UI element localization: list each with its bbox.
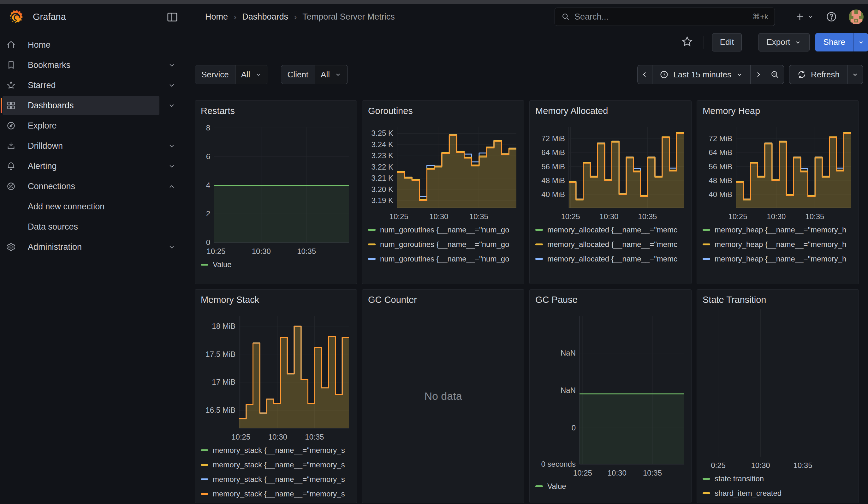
refresh-interval-dropdown-icon[interactable]	[847, 65, 863, 84]
panel-legend: state transitionshard_item_created	[703, 472, 853, 501]
sidebar-item-data-sources[interactable]: Data sources	[0, 217, 185, 237]
search-input[interactable]: Search... ⌘+k	[555, 8, 775, 26]
help-icon[interactable]	[826, 11, 837, 22]
panel-legend: memory_allocated {__name__="memcmemory_a…	[535, 223, 685, 271]
svg-text:10:35: 10:35	[638, 212, 657, 221]
client-variable-dropdown[interactable]: Client All	[281, 65, 348, 84]
time-back-icon[interactable]	[637, 65, 652, 84]
legend-series-label: num_goroutines {__name__="num_go	[380, 240, 509, 249]
svg-text:72 MiB: 72 MiB	[709, 134, 732, 143]
sidebar-item-explore[interactable]: Explore	[0, 116, 185, 136]
variable-label: Client	[281, 65, 315, 84]
refresh-button[interactable]: Refresh	[789, 65, 847, 84]
sidebar-item-add-new-connection[interactable]: Add new connection	[0, 196, 185, 217]
service-variable-dropdown[interactable]: Service All	[195, 65, 268, 84]
star-icon	[6, 81, 16, 90]
chevron-down-icon	[168, 101, 176, 110]
breadcrumb-home[interactable]: Home	[205, 12, 228, 22]
panel-title[interactable]: State Transition	[703, 295, 853, 305]
legend-series-swatch	[703, 492, 710, 494]
sidebar-item-dashboards[interactable]: Dashboards	[0, 95, 185, 116]
legend-item[interactable]: num_goroutines {__name__="num_go	[368, 252, 518, 266]
panel-chart[interactable]: 0:2510:3010:35	[703, 307, 854, 471]
chevron-down-icon	[168, 142, 176, 150]
legend-item[interactable]: num_goroutines {__name__="num_go	[368, 237, 518, 252]
edit-button[interactable]: Edit	[712, 33, 742, 51]
panel-memory_stack: Memory Stack18 MiB17.5 MiB17 MiB16.5 MiB…	[195, 289, 357, 503]
svg-text:8: 8	[206, 123, 210, 132]
svg-text:10:35: 10:35	[305, 433, 324, 441]
legend-series-swatch	[703, 229, 710, 231]
panel-chart[interactable]: NaNNaN00 seconds10:2510:3010:35	[535, 307, 686, 479]
svg-text:0: 0	[206, 238, 210, 247]
legend-item[interactable]: memory_allocated {__name__="memc	[535, 266, 685, 271]
user-avatar[interactable]	[849, 10, 864, 24]
sidebar-item-bookmarks[interactable]: Bookmarks	[0, 55, 185, 75]
legend-item[interactable]: memory_stack {__name__="memory_s	[201, 457, 351, 472]
panel-chart[interactable]: 18 MiB17.5 MiB17 MiB16.5 MiB10:2510:3010…	[201, 307, 352, 442]
chevron-down-icon	[334, 71, 342, 78]
legend-series-swatch	[703, 244, 710, 245]
breadcrumb-dashboards[interactable]: Dashboards	[242, 12, 288, 22]
legend-item[interactable]: memory_allocated {__name__="memc	[535, 223, 685, 237]
add-new-button[interactable]	[794, 11, 814, 22]
panel-title[interactable]: Goroutines	[368, 106, 518, 116]
export-button[interactable]: Export	[758, 33, 809, 51]
legend-item[interactable]: num_goroutines {__name__="num_go	[368, 223, 518, 237]
legend-item[interactable]: memory_stack {__name__="memory_s	[201, 487, 351, 501]
legend-item[interactable]: num_goroutines {__name__="num_go	[368, 266, 518, 271]
chevron-down-icon	[794, 39, 802, 46]
legend-item[interactable]: memory_heap {__name__="memory_h	[703, 223, 853, 237]
panel-title[interactable]: Restarts	[201, 106, 351, 116]
grid-icon	[6, 101, 16, 110]
legend-item[interactable]: Value	[201, 257, 351, 272]
panel-chart[interactable]: 72 MiB64 MiB56 MiB48 MiB40 MiB10:2510:30…	[703, 118, 854, 222]
legend-item[interactable]: memory_heap {__name__="memory_h	[703, 252, 853, 266]
legend-item[interactable]: memory_allocated {__name__="memc	[535, 237, 685, 252]
sidebar-item-starred[interactable]: Starred	[0, 75, 185, 95]
sidebar-item-administration[interactable]: Administration	[0, 237, 185, 257]
legend-item[interactable]: memory_heap {__name__="memory_h	[703, 237, 853, 252]
panel-chart[interactable]: 72 MiB64 MiB56 MiB48 MiB40 MiB10:2510:30…	[535, 118, 686, 222]
chevron-down-icon	[168, 162, 176, 170]
legend-series-swatch	[368, 258, 375, 260]
sidebar-item-home[interactable]: Home	[0, 35, 185, 55]
chevron-up-icon	[168, 182, 176, 191]
svg-text:10:30: 10:30	[599, 212, 618, 221]
legend-series-swatch	[703, 478, 710, 480]
panel-title[interactable]: Memory Stack	[201, 295, 351, 305]
chevron-down-icon	[807, 13, 814, 20]
legend-item[interactable]: memory_stack {__name__="memory_s	[201, 472, 351, 487]
time-forward-icon[interactable]	[750, 65, 766, 84]
top-navigation: Grafana Home › Dashboards › Temporal Ser…	[0, 4, 868, 30]
share-button[interactable]: Share	[815, 33, 854, 51]
time-range-picker[interactable]: Last 15 minutes	[652, 65, 751, 84]
zoom-out-icon[interactable]	[766, 65, 784, 84]
grafana-logo-icon[interactable]	[9, 9, 25, 25]
svg-text:3.24 K: 3.24 K	[372, 140, 393, 149]
legend-item[interactable]: shard_item_created	[703, 486, 853, 501]
link-icon	[6, 182, 16, 191]
refresh-button-group: Refresh	[789, 65, 863, 84]
panel-title[interactable]: GC Pause	[535, 295, 685, 305]
panel-title[interactable]: Memory Heap	[703, 106, 853, 116]
svg-text:4: 4	[206, 181, 210, 189]
sidebar-item-alerting[interactable]: Alerting	[0, 156, 185, 176]
sidebar-item-drilldown[interactable]: Drilldown	[0, 136, 185, 156]
favorite-star-icon[interactable]	[680, 35, 694, 49]
sidebar-item-label: Starred	[28, 75, 56, 95]
dock-sidebar-icon[interactable]	[166, 11, 179, 23]
legend-item[interactable]: memory_allocated {__name__="memc	[535, 252, 685, 266]
panel-title[interactable]: Memory Allocated	[535, 106, 685, 116]
brand-title: Grafana	[33, 4, 66, 30]
legend-item[interactable]: Value	[535, 479, 685, 494]
legend-series-swatch	[201, 449, 208, 451]
legend-item[interactable]: memory_stack {__name__="memory_s	[201, 443, 351, 457]
svg-text:3.19 K: 3.19 K	[372, 196, 393, 205]
legend-item[interactable]: memory_heap {__name__="memory_h	[703, 266, 853, 271]
sidebar-item-connections[interactable]: Connections	[0, 176, 185, 196]
share-dropdown-icon[interactable]	[854, 33, 868, 51]
panel-chart[interactable]: 3.25 K3.24 K3.23 K3.22 K3.21 K3.20 K3.19…	[368, 118, 519, 222]
legend-item[interactable]: state transition	[703, 472, 853, 486]
panel-chart[interactable]: 8642010:2510:3010:35	[201, 118, 352, 257]
